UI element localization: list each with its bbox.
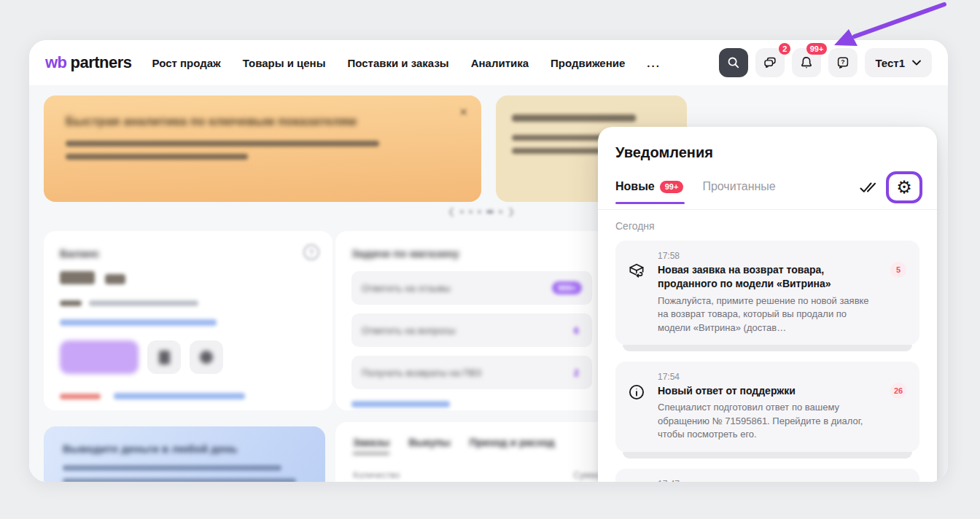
dashboard-content: Быстрая аналитика по ключевым показателя…: [29, 85, 948, 482]
nav-item-goods-prices[interactable]: Товары и цены: [243, 57, 326, 69]
blurred-amount: [105, 274, 125, 284]
bell-icon: [798, 55, 814, 71]
settings-highlight-circle: ⚙: [886, 171, 922, 203]
notification-stack-edge: [623, 452, 912, 458]
withdraw-button[interactable]: [60, 340, 139, 374]
tab-orders[interactable]: Заказы: [353, 437, 389, 454]
orders-columns: Количество Сумма: [353, 470, 601, 480]
notification-title: Новый ответ от поддержки: [658, 384, 882, 398]
chat-icon: [762, 55, 778, 71]
app-window: wbpartners Рост продаж Товары и цены Пос…: [29, 40, 948, 482]
carousel-prev-icon[interactable]: ❮: [448, 206, 455, 216]
notification-item[interactable]: 17:58 Новая заявка на возврат товара, пр…: [615, 241, 919, 345]
task-label: Получить возвраты на ПВЗ: [362, 367, 481, 378]
chat-button[interactable]: 2: [755, 48, 785, 77]
banner-carousel-controls[interactable]: ❮ ❯: [408, 206, 554, 216]
balance-title: Баланс: [60, 247, 316, 260]
task-row-returns[interactable]: Получить возвраты на ПВЗ 2: [351, 356, 592, 389]
task-row-reviews[interactable]: Ответить на отзывы 999+: [351, 271, 592, 305]
notification-body: Специалист подготовил ответ по вашему об…: [658, 401, 882, 441]
tab-read[interactable]: Прочитанные: [702, 180, 775, 195]
nav-more-button[interactable]: ...: [647, 57, 661, 69]
nav-item-analytics[interactable]: Аналитика: [471, 57, 529, 69]
tab-new-label: Новые: [615, 180, 655, 193]
account-switcher[interactable]: Тест1: [865, 48, 932, 77]
wb-partners-logo[interactable]: wbpartners: [45, 53, 132, 72]
task-count-badge: 6: [571, 325, 582, 336]
notification-count-badge: 26: [890, 383, 906, 399]
notification-item[interactable]: 17:54 Новый ответ от поддержки Специалис…: [615, 362, 919, 452]
notifications-button[interactable]: 99+: [792, 48, 821, 77]
blurred-glyph: [200, 351, 213, 364]
top-navbar: wbpartners Рост продаж Товары и цены Пос…: [29, 40, 948, 85]
balance-card: Баланс ?: [44, 231, 332, 410]
svg-text:?: ?: [841, 58, 845, 66]
blurred-link[interactable]: [60, 319, 217, 326]
panel-title: Уведомления: [615, 144, 919, 161]
logo-wb: wb: [45, 53, 67, 72]
gear-icon[interactable]: ⚙: [896, 179, 912, 196]
info-icon: [627, 383, 646, 402]
help-button[interactable]: ?: [828, 48, 858, 77]
tab-read-label: Прочитанные: [702, 180, 775, 193]
active-tab-underline: [615, 202, 685, 204]
main-nav: Рост продаж Товары и цены Поставки и зак…: [152, 57, 661, 69]
chat-badge: 2: [779, 43, 790, 55]
search-icon: [726, 55, 742, 71]
topbar-actions: 2 99+ ? Тест1: [719, 48, 932, 77]
tab-income-expense[interactable]: Приход и расход: [470, 437, 555, 454]
balance-help-icon[interactable]: ?: [303, 244, 319, 260]
search-button[interactable]: [719, 48, 748, 77]
nav-item-supplies-orders[interactable]: Поставки и заказы: [347, 57, 448, 69]
carousel-dot[interactable]: [499, 210, 502, 214]
notification-count-badge: 5: [890, 262, 906, 278]
blurred-text-bar: [512, 114, 636, 122]
orders-col-quantity: Количество: [353, 470, 400, 480]
carousel-dot[interactable]: [478, 210, 481, 214]
carousel-next-icon[interactable]: ❯: [508, 206, 515, 216]
carousel-dot[interactable]: [460, 210, 464, 214]
blurred-text-bar: [66, 141, 379, 147]
blurred-glyph: [159, 351, 170, 364]
tab-new[interactable]: Новые 99+: [615, 180, 683, 195]
notification-time: 17:54: [658, 372, 882, 382]
blue-banner-title: Выводите деньги в любой день: [63, 442, 306, 455]
carousel-dot-active[interactable]: [486, 210, 494, 214]
notification-time: 17:58: [658, 251, 882, 261]
mark-all-read-icon[interactable]: [858, 180, 879, 195]
blurred-text-bar: [66, 154, 248, 160]
blurred-text-bar: [60, 300, 82, 306]
notifications-badge: 99+: [806, 43, 828, 55]
blurred-text-bar: [63, 465, 281, 471]
promo-banner-title: Быстрая аналитика по ключевым показателя…: [66, 114, 459, 129]
balance-action-button[interactable]: [147, 340, 181, 374]
blurred-text-bar: [63, 478, 296, 482]
blurred-alert-text: [60, 394, 101, 399]
notification-body: Пожалуйста, примите решение по новой зая…: [658, 294, 882, 335]
banner-close-icon[interactable]: ✕: [459, 106, 468, 119]
tab-buyouts[interactable]: Выкупы: [408, 437, 450, 454]
money-withdrawal-banner[interactable]: Выводите деньги в любой день: [44, 426, 325, 482]
task-label: Ответить на вопросы: [362, 325, 456, 336]
nav-item-sales-growth[interactable]: Рост продаж: [152, 57, 221, 69]
analytics-promo-banner[interactable]: Быстрая аналитика по ключевым показателя…: [44, 95, 481, 202]
package-return-icon: [627, 262, 646, 281]
blurred-link[interactable]: [351, 401, 450, 407]
notification-time: 17:47: [658, 479, 882, 482]
help-icon: ?: [835, 55, 851, 71]
nav-item-promotion[interactable]: Продвижение: [551, 57, 625, 69]
notifications-panel: Уведомления Новые 99+ Прочитанные ⚙: [598, 127, 937, 482]
carousel-dot[interactable]: [469, 210, 472, 214]
notification-title: Новая заявка на возврат товара, проданно…: [658, 263, 882, 292]
notification-item[interactable]: 17:47 Заказ 4547752676 отменится через 4…: [615, 469, 919, 482]
notifications-tabs: Новые 99+ Прочитанные ⚙: [598, 174, 937, 210]
task-label: Ответить на отзывы: [362, 283, 451, 294]
task-row-questions[interactable]: Ответить на вопросы 6: [351, 313, 592, 347]
blurred-link[interactable]: [114, 393, 245, 399]
balance-action-button[interactable]: [190, 340, 223, 374]
orders-col-sum: Сумма: [573, 470, 601, 480]
chevron-down-icon: [911, 59, 922, 66]
account-name: Тест1: [875, 57, 905, 69]
task-count-badge: 999+: [552, 281, 582, 294]
blurred-amount: [60, 271, 95, 284]
